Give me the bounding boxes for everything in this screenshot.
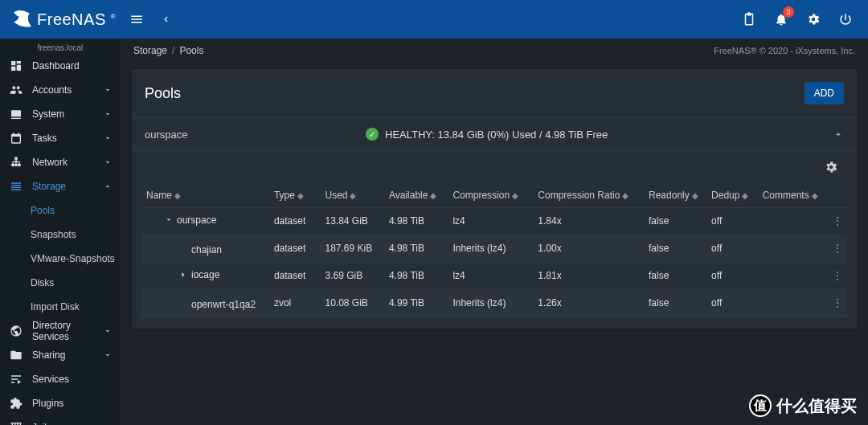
sidebar-item-sharing[interactable]: Sharing <box>0 343 121 367</box>
col-compression[interactable]: Compression◆ <box>448 183 533 208</box>
directory-icon <box>10 325 23 337</box>
row-type: dataset <box>269 208 321 235</box>
jails-icon <box>10 421 23 425</box>
sidebar-subitem-disks[interactable]: Disks <box>0 271 121 295</box>
hostname: freenas.local <box>0 39 121 54</box>
row-compression: lz4 <box>448 263 533 289</box>
sidebar-item-label: Accounts <box>32 84 72 96</box>
row-used: 13.84 GiB <box>320 208 383 235</box>
sidebar-item-tasks[interactable]: Tasks <box>0 126 121 150</box>
row-avail: 4.98 TiB <box>384 263 448 289</box>
row-avail: 4.99 TiB <box>384 289 448 317</box>
pool-health: ✓ HEALTHY: 13.84 GiB (0%) Used / 4.98 Ti… <box>366 128 608 141</box>
collapse-icon[interactable] <box>833 129 844 140</box>
row-avail: 4.98 TiB <box>384 208 448 235</box>
health-check-icon: ✓ <box>366 128 379 141</box>
chevron-down-icon <box>103 157 113 167</box>
row-menu-icon[interactable]: ⋮ <box>827 289 848 317</box>
services-icon <box>10 373 23 386</box>
sidebar-item-label: Tasks <box>32 133 57 144</box>
row-comments <box>758 235 827 263</box>
sidebar-subitem-pools[interactable]: Pools <box>0 198 121 223</box>
sort-icon: ◆ <box>692 191 698 200</box>
sidebar-item-plugins[interactable]: Plugins <box>0 391 121 415</box>
col-name[interactable]: Name◆ <box>141 183 269 208</box>
dashboard-icon <box>10 59 23 72</box>
row-ratio: 1.00x <box>533 235 644 263</box>
row-name: ourspace <box>177 215 216 226</box>
row-menu-icon[interactable]: ⋮ <box>827 263 848 289</box>
sidebar-subitem-import-disk[interactable]: Import Disk <box>0 295 121 319</box>
table-settings-icon[interactable] <box>821 157 841 177</box>
sidebar-item-accounts[interactable]: Accounts <box>0 78 121 102</box>
sidebar-item-directory-services[interactable]: Directory Services <box>0 319 121 343</box>
row-used: 10.08 GiB <box>320 289 383 317</box>
col-available[interactable]: Available◆ <box>384 183 448 208</box>
sidebar-item-services[interactable]: Services <box>0 367 121 391</box>
sidebar-item-label: Sharing <box>32 349 65 361</box>
table-row[interactable]: openwrt-q1qa2 zvol 10.08 GiB 4.99 TiB In… <box>141 289 847 317</box>
freenas-logo-icon <box>11 9 32 30</box>
network-icon <box>10 156 23 169</box>
row-comments <box>758 208 827 235</box>
row-readonly: false <box>644 235 706 263</box>
pool-name: ourspace <box>145 129 366 141</box>
logo: FreeNAS ® <box>6 9 121 30</box>
col-type[interactable]: Type◆ <box>269 183 321 208</box>
sort-icon: ◆ <box>297 191 304 200</box>
breadcrumb-storage[interactable]: Storage <box>133 45 167 56</box>
add-button[interactable]: ADD <box>805 82 844 104</box>
col-readonly[interactable]: Readonly◆ <box>644 183 706 208</box>
pools-card: Pools ADD ourspace ✓ HEALTHY: 13.84 GiB … <box>132 69 857 329</box>
accounts-icon <box>10 84 23 96</box>
notifications-icon[interactable]: 3 <box>772 10 791 29</box>
sidebar-item-label: Dashboard <box>32 60 80 72</box>
row-name: chajian <box>191 244 222 255</box>
row-used: 3.69 GiB <box>320 263 383 289</box>
sidebar-item-label: Plugins <box>32 398 63 409</box>
settings-icon[interactable] <box>804 10 823 29</box>
sort-icon: ◆ <box>742 191 748 200</box>
row-menu-icon[interactable]: ⋮ <box>827 208 848 235</box>
clipboard-icon[interactable] <box>739 10 759 29</box>
sidebar-item-label: System <box>32 108 64 120</box>
sidebar-item-system[interactable]: System <box>0 102 121 126</box>
sort-icon: ◆ <box>350 191 356 200</box>
breadcrumb: Storage / Pools FreeNAS® © 2020 - iXsyst… <box>121 39 868 63</box>
pool-summary-row[interactable]: ourspace ✓ HEALTHY: 13.84 GiB (0%) Used … <box>132 118 857 151</box>
sidebar-item-label: Storage <box>32 181 66 192</box>
sidebar-item-dashboard[interactable]: Dashboard <box>0 54 121 78</box>
row-menu-icon[interactable]: ⋮ <box>827 235 848 263</box>
row-avail: 4.98 TiB <box>384 235 448 263</box>
col-comments[interactable]: Comments◆ <box>758 183 827 208</box>
tasks-icon <box>10 132 23 145</box>
sidebar-item-network[interactable]: Network <box>0 150 121 174</box>
health-text: HEALTHY: 13.84 GiB (0%) Used / 4.98 TiB … <box>385 129 608 141</box>
sidebar-subitem-vmware-snapshots[interactable]: VMware-Snapshots <box>0 247 121 271</box>
table-row[interactable]: ourspace dataset 13.84 GiB 4.98 TiB lz4 … <box>141 208 847 235</box>
breadcrumb-pools[interactable]: Pools <box>179 45 203 56</box>
col-dedup[interactable]: Dedup◆ <box>706 183 758 208</box>
col-used[interactable]: Used◆ <box>320 183 383 208</box>
sidebar-item-jails[interactable]: Jails <box>0 415 121 425</box>
sort-icon: ◆ <box>622 191 628 200</box>
sidebar-item-storage[interactable]: Storage <box>0 174 121 198</box>
sidebar-subitem-snapshots[interactable]: Snapshots <box>0 223 121 247</box>
sort-icon: ◆ <box>430 191 436 200</box>
table-row[interactable]: chajian dataset 187.69 KiB 4.98 TiB Inhe… <box>141 235 847 263</box>
sort-icon: ◆ <box>812 191 818 200</box>
row-ratio: 1.84x <box>533 208 644 235</box>
datasets-table: Name◆Type◆Used◆Available◆Compression◆Com… <box>141 183 847 317</box>
power-icon[interactable] <box>836 10 855 29</box>
sidebar-item-label: Directory Services <box>32 320 93 342</box>
sidebar: freenas.local Dashboard Accounts System … <box>0 39 121 425</box>
row-readonly: false <box>644 208 706 235</box>
table-row[interactable]: iocage dataset 3.69 GiB 4.98 TiB lz4 1.8… <box>141 263 847 289</box>
row-name: openwrt-q1qa2 <box>191 299 256 310</box>
row-used: 187.69 KiB <box>320 235 383 263</box>
col-compression-ratio[interactable]: Compression Ratio◆ <box>533 183 644 208</box>
back-icon[interactable] <box>156 10 175 29</box>
page-title: Pools <box>145 85 181 102</box>
menu-toggle-icon[interactable] <box>127 10 146 29</box>
row-comments <box>758 289 827 317</box>
